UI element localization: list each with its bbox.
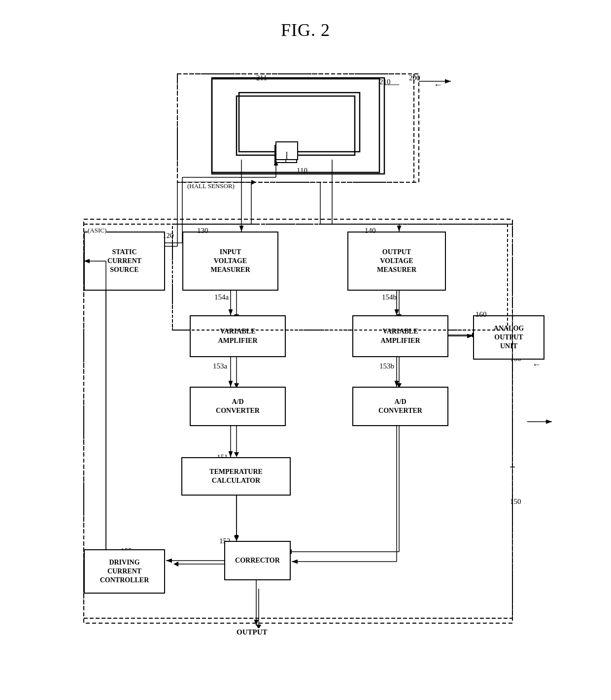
temperature-calculator-label: TEMPERATURE CALCULATOR	[209, 467, 263, 485]
ref-200: 200	[409, 74, 420, 82]
variable-amplifier-a-label: VARIABLE AMPLIFIER	[218, 327, 257, 345]
arrow-100: ←	[532, 360, 541, 370]
hall-sensor-label: (HALL SENSOR)	[187, 182, 235, 190]
ad-converter-b-label: A/D CONVERTER	[378, 398, 422, 415]
svg-rect-44	[239, 93, 360, 152]
input-voltage-measurer-label: INPUT VOLTAGE MEASURER	[210, 248, 250, 275]
output-voltage-measurer-label: OUTPUT VOLTAGE MEASURER	[377, 248, 416, 275]
variable-amplifier-b-label: VARIABLE AMPLIFIER	[380, 327, 420, 345]
variable-amplifier-b-box: VARIABLE AMPLIFIER	[352, 315, 448, 357]
ref-153a: 153a	[213, 362, 227, 370]
corrector-box: CORRECTOR	[224, 541, 291, 580]
svg-rect-42	[177, 74, 419, 182]
input-voltage-measurer-box: INPUT VOLTAGE MEASURER	[182, 232, 278, 291]
asic-label: (ASIC)	[88, 227, 106, 234]
ref-150: 150	[510, 498, 521, 506]
page-title: FIG. 2	[0, 0, 611, 40]
svg-marker-27	[234, 452, 239, 457]
ref-110: 110	[297, 167, 307, 175]
svg-rect-0	[177, 74, 414, 182]
output-voltage-measurer-box: OUTPUT VOLTAGE MEASURER	[347, 232, 446, 291]
output-label: OUTPUT	[237, 628, 268, 636]
ref-120: 120	[163, 232, 174, 240]
ad-converter-a-box: A/D CONVERTER	[190, 387, 286, 426]
ref-154a: 154a	[214, 293, 229, 301]
corrector-label: CORRECTOR	[235, 556, 280, 565]
svg-rect-1	[212, 79, 379, 172]
static-current-source-box: STATIC CURRENT SOURCE	[84, 232, 165, 291]
svg-marker-29	[234, 536, 239, 541]
svg-rect-43	[212, 78, 384, 174]
variable-amplifier-a-box: VARIABLE AMPLIFIER	[190, 315, 286, 357]
analog-output-unit-box: ANALOG OUTPUT UNIT	[473, 315, 544, 360]
ref-153b: 153b	[379, 362, 394, 370]
ref-210: 210	[379, 78, 391, 86]
ref-211: 211	[256, 74, 267, 82]
svg-marker-14	[251, 180, 256, 185]
temperature-calculator-box: TEMPERATURE CALCULATOR	[181, 457, 291, 496]
svg-rect-2	[237, 96, 355, 155]
ref-160: 160	[475, 310, 487, 319]
analog-output-unit-label: ANALOG OUTPUT UNIT	[494, 324, 524, 351]
svg-marker-34	[173, 562, 178, 567]
ref-154b: 154b	[382, 293, 397, 301]
driving-current-controller-box: DRIVING CURRENT CONTROLLER	[84, 549, 165, 594]
driving-current-controller-label: DRIVING CURRENT CONTROLLER	[100, 558, 149, 585]
svg-rect-3	[275, 145, 297, 163]
ref-140: 140	[365, 227, 376, 235]
ad-converter-b-box: A/D CONVERTER	[352, 387, 448, 426]
static-current-source-label: STATIC CURRENT SOURCE	[107, 248, 141, 275]
svg-rect-45	[276, 142, 298, 160]
ref-130: 130	[197, 227, 208, 235]
ad-converter-a-label: A/D CONVERTER	[216, 398, 260, 415]
arrow-200: ←	[434, 80, 442, 90]
